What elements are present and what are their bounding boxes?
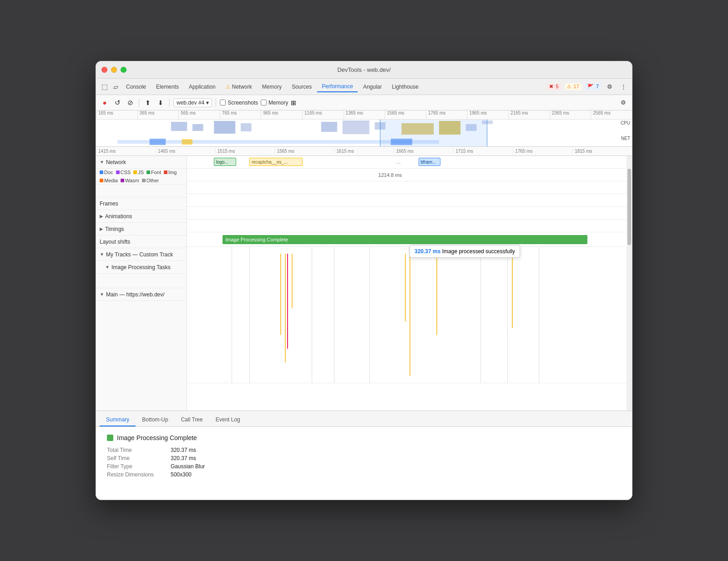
screenshots-checkbox[interactable] — [220, 100, 226, 105]
tab-bottom-up[interactable]: Bottom-Up — [136, 414, 174, 426]
tab-sources[interactable]: Sources — [287, 82, 316, 92]
media-color — [100, 179, 103, 182]
network-collapse-icon: ▼ — [100, 160, 104, 165]
ruler-tick-8: 1765 ms — [426, 110, 467, 119]
svg-rect-5 — [343, 120, 369, 134]
legend-js: JS — [133, 170, 144, 175]
dropdown-chevron-icon: ▾ — [206, 100, 209, 106]
tab-memory[interactable]: Memory — [258, 82, 286, 92]
reload-record-button[interactable]: ↺ — [112, 98, 122, 108]
frames-row[interactable]: Frames — [96, 197, 187, 210]
ruler2-tick-7: 1765 ms — [513, 149, 572, 154]
toolbar-settings-icon[interactable]: ⚙ — [618, 98, 628, 108]
vtick-8 — [539, 247, 539, 383]
ruler2-tick-6: 1715 ms — [453, 149, 513, 154]
tab-network[interactable]: ⚠ Network — [221, 82, 257, 92]
tab-angular[interactable]: Angular — [359, 82, 386, 92]
main-thread-track[interactable] — [187, 247, 632, 383]
toolbar-right: ⚙ — [618, 98, 628, 108]
tab-elements[interactable]: Elements — [152, 82, 183, 92]
ruler-tick-1: 365 ms — [137, 110, 179, 119]
tab-lighthouse[interactable]: Lighthouse — [387, 82, 423, 92]
image-proc-complete-bar[interactable]: Image Processing Complete — [222, 235, 587, 244]
other-color — [142, 179, 146, 182]
minimize-button[interactable] — [111, 67, 117, 73]
timeline-graph[interactable]: CPU NET — [96, 120, 632, 147]
right-panel: logo... recaptcha__es_... ... bfram... 1… — [187, 156, 632, 411]
close-button[interactable] — [101, 67, 107, 73]
animations-track — [187, 181, 632, 194]
font-color — [147, 170, 150, 174]
layout-shifts-track — [187, 207, 632, 220]
tab-summary[interactable]: Summary — [100, 414, 136, 426]
main-thread-row[interactable]: ▼ Main — https://web.dev/ — [96, 288, 187, 301]
screenshots-toggle[interactable]: Screenshots — [220, 100, 258, 106]
devtools-window: DevTools - web.dev/ ⬚ ▱ Console Elements… — [96, 61, 632, 500]
ruler2-tick-3: 1565 ms — [275, 149, 334, 154]
resize-label: Resize Dimensions — [107, 471, 171, 478]
memory-extra-icon: ⊞ — [291, 99, 296, 106]
device-icon[interactable]: ▱ — [111, 82, 121, 92]
tab-console[interactable]: Console — [121, 82, 151, 92]
legend-wasm: Wasm — [121, 178, 139, 183]
upload-button[interactable]: ⬆ — [143, 98, 153, 108]
scrollbar-thumb[interactable] — [627, 169, 631, 245]
network-warn-icon: ⚠ — [226, 84, 231, 90]
inspect-icon[interactable]: ⬚ — [100, 82, 110, 92]
legend-css: CSS — [116, 170, 131, 175]
clear-button[interactable]: ⊘ — [125, 98, 135, 108]
separator-3 — [216, 99, 216, 107]
maximize-button[interactable] — [121, 67, 126, 73]
recaptcha-chip[interactable]: recaptcha__es_... — [249, 158, 303, 166]
network-chips-row: logo... recaptcha__es_... ... bfram... — [187, 156, 632, 169]
vtick-yellow-6 — [436, 254, 437, 335]
tab-application[interactable]: Application — [184, 82, 220, 92]
layout-shifts-row[interactable]: Layout shifts — [96, 235, 187, 248]
memory-toggle[interactable]: Memory — [261, 100, 288, 106]
vertical-scrollbar[interactable] — [627, 156, 632, 411]
tab-call-tree[interactable]: Call Tree — [175, 414, 209, 426]
summary-row-self-time: Self Time 320.37 ms — [107, 455, 621, 461]
vtick-4 — [334, 247, 334, 383]
network-row[interactable]: ▼ Network — [96, 156, 187, 169]
img-proc-left-spacer — [96, 274, 187, 288]
more-options-icon[interactable]: ⋮ — [618, 82, 628, 92]
animations-expand-icon: ▶ — [100, 214, 103, 219]
ruler2-tick-4: 1615 ms — [334, 149, 394, 154]
legend-doc: Doc — [100, 170, 113, 175]
vtick-pink-1 — [287, 254, 288, 349]
logo-chip[interactable]: logo... — [214, 158, 236, 166]
custom-track-row[interactable]: ▼ My Tracks — Custom Track — [96, 248, 187, 261]
ruler-tick-3: 765 ms — [220, 110, 261, 119]
nav-right: ✖ 5 ⚠ 17 🚩 7 ⚙ ⋮ — [547, 82, 628, 92]
timings-track — [187, 194, 632, 207]
tab-event-log[interactable]: Event Log — [209, 414, 247, 426]
tab-performance[interactable]: Performance — [317, 81, 358, 92]
summary-color-dot — [107, 435, 113, 441]
network-chips-left-spacer — [96, 185, 187, 197]
image-processing-track[interactable]: Image Processing Complete 320.37 ms Imag… — [187, 232, 632, 247]
animations-row[interactable]: ▶ Animations — [96, 210, 187, 223]
settings-icon[interactable]: ⚙ — [605, 82, 615, 92]
download-button[interactable]: ⬇ — [156, 98, 166, 108]
vtick-5 — [369, 247, 370, 383]
performance-toolbar: ● ↺ ⊘ ⬆ ⬇ web.dev #4 ▾ Screenshots Memor… — [96, 95, 632, 110]
ruler-tick-6: 1365 ms — [344, 110, 385, 119]
resize-value: 500x300 — [171, 471, 192, 478]
bfram-chip[interactable]: bfram... — [419, 158, 441, 166]
image-processing-tasks-row[interactable]: ▼ Image Processing Tasks — [96, 261, 187, 274]
self-time-label: Self Time — [107, 455, 171, 461]
img-color — [164, 170, 167, 174]
svg-rect-14 — [391, 139, 412, 145]
timeline-overview[interactable]: 165 ms 365 ms 565 ms 765 ms 965 ms 1165 … — [96, 110, 632, 147]
vtick-2 — [249, 247, 250, 383]
vtick-yellow-3 — [292, 254, 293, 308]
warning-badge: ⚠ 17 — [565, 83, 581, 90]
summary-row-resize: Resize Dimensions 500x300 — [107, 471, 621, 478]
info-badge: 🚩 7 — [585, 83, 601, 90]
memory-checkbox[interactable] — [261, 100, 267, 105]
profile-selector[interactable]: web.dev #4 ▾ — [173, 98, 212, 107]
record-button[interactable]: ● — [100, 98, 110, 108]
timings-row[interactable]: ▶ Timings — [96, 223, 187, 235]
ruler-tick-7: 1565 ms — [384, 110, 426, 119]
